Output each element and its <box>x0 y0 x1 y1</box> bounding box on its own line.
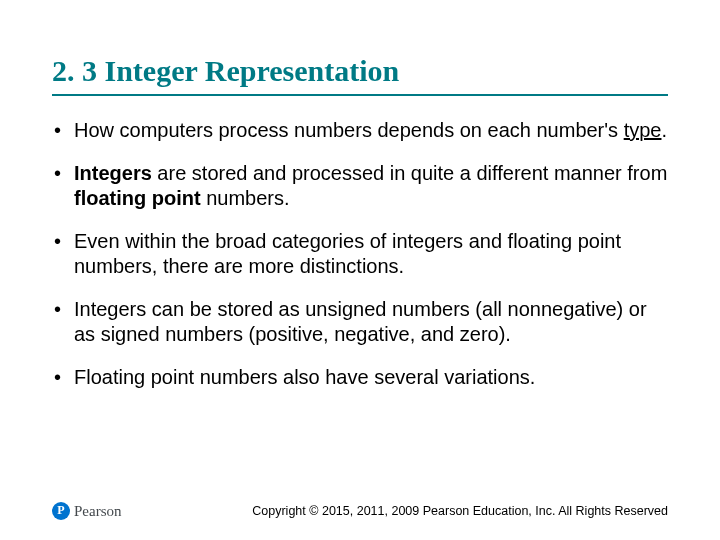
list-item: Even within the broad categories of inte… <box>52 229 668 279</box>
title-rule <box>52 94 668 96</box>
brand-name: Pearson <box>74 503 122 520</box>
text: . <box>661 119 667 141</box>
list-item: How computers process numbers depends on… <box>52 118 668 143</box>
text: Integers can be stored as unsigned numbe… <box>74 298 647 345</box>
text: numbers. <box>201 187 290 209</box>
slide-title: 2. 3 Integer Representation <box>52 54 668 88</box>
copyright-text: Copyright © 2015, 2011, 2009 Pearson Edu… <box>252 504 668 518</box>
text: are stored and processed in quite a diff… <box>152 162 667 184</box>
brand: Pearson <box>52 502 122 520</box>
text: Even within the broad categories of inte… <box>74 230 621 277</box>
slide: 2. 3 Integer Representation How computer… <box>0 0 720 540</box>
list-item: Integers can be stored as unsigned numbe… <box>52 297 668 347</box>
bullet-list: How computers process numbers depends on… <box>52 118 668 390</box>
list-item: Integers are stored and processed in qui… <box>52 161 668 211</box>
text: Floating point numbers also have several… <box>74 366 535 388</box>
pearson-logo-icon <box>52 502 70 520</box>
footer: Pearson Copyright © 2015, 2011, 2009 Pea… <box>52 498 668 520</box>
bold-text: floating point <box>74 187 201 209</box>
list-item: Floating point numbers also have several… <box>52 365 668 390</box>
text: How computers process numbers depends on… <box>74 119 624 141</box>
bold-text: Integers <box>74 162 152 184</box>
underline-text: type <box>624 119 662 141</box>
